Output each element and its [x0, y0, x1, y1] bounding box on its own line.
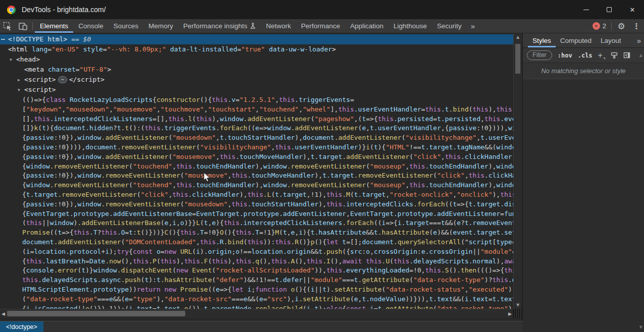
tab-label: Lighthouse	[394, 22, 427, 30]
scroll-down-icon[interactable]: ▼	[514, 303, 522, 307]
tab-label: Performance	[301, 22, 340, 30]
tab-elements[interactable]: Elements	[35, 19, 73, 33]
horizontal-scrollbar[interactable]: ◀ ▶	[0, 309, 513, 318]
tab-lighthouse[interactable]: Lighthouse	[389, 19, 432, 33]
kebab-menu-icon: ⋮	[633, 22, 640, 31]
tab-label: Network	[266, 22, 291, 30]
tab-application[interactable]: Application	[345, 19, 389, 33]
code-line[interactable]: {this.lastBreath=Date.now(),this.P(this)…	[0, 257, 513, 266]
style-filter-input[interactable]: Filter	[527, 50, 552, 60]
tab-label: Elements	[40, 22, 68, 30]
code-line[interactable]: {passive:!0}),window.removeEventListener…	[0, 200, 513, 209]
expander-icon[interactable]: ▼	[10, 55, 16, 65]
sidebar-scroll-up-icon[interactable]: ▲	[639, 53, 642, 58]
toolbar-divider	[611, 22, 612, 30]
element-classes-button[interactable]: .cls	[578, 52, 593, 59]
tree-row[interactable]: ⋯<!DOCTYPE html> == $0	[0, 34, 513, 44]
tab-styles[interactable]: Styles	[528, 33, 556, 47]
breadcrumb-doctype[interactable]: <!doctype>	[0, 321, 43, 332]
code-line[interactable]: {console.error(t)}window.dispatchEvent(n…	[0, 266, 513, 275]
code-line[interactable]: [],this.interceptedClickListeners=[],thi…	[0, 115, 513, 124]
settings-button[interactable]: ⚙	[614, 19, 629, 33]
code-line[interactable]: this.delayedScripts.async.push(t):t.hasA…	[0, 275, 513, 285]
code-line[interactable]: {EventTarget.prototype.addEventListenerB…	[0, 209, 513, 219]
expander-icon[interactable]: ▶	[18, 75, 24, 85]
sidebar-scroll-down-icon[interactable]: ▼	[639, 325, 642, 329]
mouse-cursor	[203, 172, 211, 183]
scrollbar-corner	[513, 309, 522, 318]
maximize-icon	[607, 7, 612, 12]
breadcrumb-bar: <!doctype>	[0, 321, 523, 332]
scroll-right-icon[interactable]: ▶	[508, 309, 512, 318]
tab-security[interactable]: Security	[432, 19, 467, 33]
gear-icon: ⚙	[617, 21, 625, 31]
code-line[interactable]: Promise((t=>{this.T?this.O=t:t()}))}C(){…	[0, 228, 513, 238]
elements-panel: ⋯<!DOCTYPE html> == $0<html lang="en-US"…	[0, 33, 513, 321]
code-line[interactable]: (()=>{class RocketLazyLoadScripts{constr…	[0, 95, 513, 105]
code-line[interactable]: {window.removeEventListener("touchend",t…	[0, 162, 513, 172]
console-error-badge[interactable]: ✕ 2	[593, 19, 606, 33]
inspect-cursor-icon	[3, 22, 12, 31]
devtools-menu-button[interactable]: ⋮	[629, 19, 644, 33]
minimize-button[interactable]	[574, 0, 598, 19]
inline-expand-button[interactable]: ⋯	[58, 76, 67, 83]
scroll-up-icon[interactable]: ▲	[514, 35, 522, 39]
tab-label: Application	[350, 22, 384, 30]
code-line[interactable]: ("data-rocket-type"===e&&(e="type"),"dat…	[0, 295, 513, 304]
tab-layout[interactable]: Layout	[596, 33, 626, 47]
tab-performance[interactable]: Performance	[296, 19, 345, 33]
paint-roller-icon	[611, 52, 618, 59]
styles-filter-bar: Filter :hov .cls +	[523, 48, 644, 63]
sidebar-more-tabs-button[interactable]: »	[637, 33, 641, 47]
toggle-computed-sidebar-button[interactable]	[623, 52, 630, 59]
code-line[interactable]: document.addEventListener("DOMContentLoa…	[0, 238, 513, 247]
code-line[interactable]: {passive:!0}),window.removeEventListener…	[0, 171, 513, 181]
code-line[interactable]: HTMLScriptElement.prototype))return new …	[0, 285, 513, 295]
tab-label: Performance insights	[183, 22, 247, 30]
vertical-scrollbar-thumb[interactable]	[515, 44, 520, 74]
tree-row[interactable]: ▼<head>	[0, 54, 513, 65]
tab-memory[interactable]: Memory	[143, 19, 178, 33]
chevron-double-right-icon: »	[471, 22, 475, 30]
selected-node-marker: == $0	[71, 35, 91, 43]
tree-row[interactable]: ▶<script>⋯</script>	[0, 75, 513, 85]
code-line[interactable]: (i=location.protocol+i);try{const o=new …	[0, 247, 513, 257]
code-line[interactable]: {passive:!0}),window.addEventListener("m…	[0, 152, 513, 162]
no-styles-message: No matching selector or style	[523, 63, 644, 79]
toggle-device-toolbar-button[interactable]	[15, 19, 30, 33]
toggle-rendering-emulations-button[interactable]	[611, 52, 618, 59]
tab-label: Memory	[148, 22, 173, 30]
code-line[interactable]: {passive:!0}))),document.removeEventList…	[0, 143, 513, 152]
more-tabs-button[interactable]: »	[467, 19, 479, 33]
tab-label: Computed	[560, 37, 592, 44]
tree-row[interactable]: <meta charset="UTF-8">	[0, 65, 513, 75]
tree-row[interactable]: <html lang="en-US" style="--vh: 8.09px;"…	[0, 44, 513, 54]
code-line[interactable]: ["keydown","mousedown","mousemove","touc…	[0, 105, 513, 115]
vertical-scrollbar[interactable]: ▲ ▼	[513, 33, 522, 309]
code-line[interactable]: {t.target.removeEventListener("click",th…	[0, 190, 513, 200]
window-controls: ✕	[574, 0, 644, 19]
tab-network[interactable]: Network	[261, 19, 296, 33]
tree-row[interactable]: ▼<script>	[0, 85, 513, 95]
toggle-element-state-button[interactable]: :hov	[558, 52, 572, 59]
code-line[interactable]: []}k(t){document.hidden?t.t():(this.trig…	[0, 124, 513, 133]
tab-label: Console	[78, 22, 103, 30]
new-style-rule-button[interactable]: +	[598, 51, 605, 60]
inspect-element-button[interactable]	[0, 19, 15, 33]
scroll-left-icon[interactable]: ◀	[2, 309, 5, 318]
tab-console[interactable]: Console	[73, 19, 109, 33]
devtools-toolbar: Elements Console Sources Memory Performa…	[0, 19, 644, 33]
maximize-button[interactable]	[598, 0, 621, 19]
tab-performance-insights[interactable]: Performance insights	[178, 19, 261, 33]
tab-computed[interactable]: Computed	[556, 33, 596, 47]
close-button[interactable]: ✕	[621, 0, 644, 19]
close-icon: ✕	[630, 7, 635, 13]
expander-icon[interactable]: ▼	[18, 85, 24, 95]
code-line[interactable]: (this||window).addEventListenerBase(e,i,…	[0, 218, 513, 228]
dom-tree: ⋯<!DOCTYPE html> == $0<html lang="en-US"…	[0, 34, 513, 95]
code-line[interactable]: {passive:!0}),window.addEventListener("m…	[0, 133, 513, 143]
horizontal-scrollbar-thumb[interactable]	[7, 311, 185, 316]
tab-sources[interactable]: Sources	[109, 19, 144, 33]
code-line[interactable]: {window.removeEventListener("touchend",t…	[0, 181, 513, 190]
tab-label: Layout	[601, 37, 621, 44]
